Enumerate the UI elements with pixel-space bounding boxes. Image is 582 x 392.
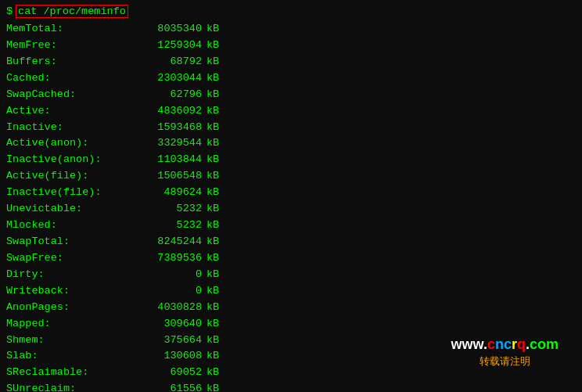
table-row: SwapTotal:8245244kB xyxy=(6,234,576,250)
command: cat /proc/meminfo xyxy=(16,5,128,18)
table-row: Inactive:1593468kB xyxy=(6,120,576,136)
field-value: 489624 xyxy=(131,185,202,201)
table-row: SwapCached:62796kB xyxy=(6,87,576,103)
table-row: MemFree:1259304kB xyxy=(6,38,576,54)
field-value: 8035340 xyxy=(131,21,202,38)
field-unit: kB xyxy=(207,218,219,234)
table-row: Dirty:0kB xyxy=(6,267,576,283)
field-value: 5232 xyxy=(131,218,202,234)
field-name: Buffers: xyxy=(6,54,131,70)
field-name: Shmem: xyxy=(6,333,131,349)
watermark: www.cncrq.com 转载请注明 xyxy=(451,336,559,369)
table-row: Cached:2303044kB xyxy=(6,70,576,87)
field-value: 5232 xyxy=(131,201,202,218)
prompt: $ xyxy=(6,5,13,17)
table-row: Active(file):1506548kB xyxy=(6,168,576,185)
field-unit: kB xyxy=(207,38,219,54)
field-value: 309640 xyxy=(131,316,202,333)
field-value: 61556 xyxy=(131,381,202,392)
field-name: MemTotal: xyxy=(6,21,131,38)
watermark-url: www.cncrq.com xyxy=(451,336,559,353)
field-unit: kB xyxy=(207,300,219,316)
field-name: SwapTotal: xyxy=(6,234,131,250)
field-unit: kB xyxy=(207,168,219,185)
table-row: SwapFree:7389536kB xyxy=(6,250,576,267)
field-unit: kB xyxy=(207,267,219,283)
field-value: 1103844 xyxy=(131,152,202,168)
table-row: Unevictable:5232kB xyxy=(6,201,576,218)
field-value: 0 xyxy=(131,283,202,300)
field-unit: kB xyxy=(207,283,219,300)
watermark-sub: 转载请注明 xyxy=(451,354,559,369)
field-value: 7389536 xyxy=(131,250,202,267)
field-value: 2303044 xyxy=(131,70,202,87)
field-unit: kB xyxy=(207,381,219,392)
field-unit: kB xyxy=(207,365,219,381)
field-value: 1593468 xyxy=(131,120,202,136)
field-unit: kB xyxy=(207,120,219,136)
field-name: Active(file): xyxy=(6,168,131,185)
field-name: MemFree: xyxy=(6,38,131,54)
field-name: SwapCached: xyxy=(6,87,131,103)
field-value: 4836092 xyxy=(131,103,202,120)
table-row: Inactive(anon):1103844kB xyxy=(6,152,576,168)
field-name: SwapFree: xyxy=(6,250,131,267)
table-row: Active:4836092kB xyxy=(6,103,576,120)
field-unit: kB xyxy=(207,135,219,152)
field-value: 375664 xyxy=(131,333,202,349)
table-row: Active(anon):3329544kB xyxy=(6,135,576,152)
table-row: MemTotal:8035340kB xyxy=(6,21,576,38)
field-unit: kB xyxy=(207,185,219,201)
field-value: 1506548 xyxy=(131,168,202,185)
field-value: 68792 xyxy=(131,54,202,70)
field-unit: kB xyxy=(207,316,219,333)
table-row: SUnreclaim:61556kB xyxy=(6,381,576,392)
field-unit: kB xyxy=(207,152,219,168)
table-row: Writeback:0kB xyxy=(6,283,576,300)
field-unit: kB xyxy=(207,103,219,120)
field-unit: kB xyxy=(207,333,219,349)
field-name: Mlocked: xyxy=(6,218,131,234)
field-unit: kB xyxy=(207,54,219,70)
field-value: 130608 xyxy=(131,348,202,365)
field-unit: kB xyxy=(207,250,219,267)
field-name: Unevictable: xyxy=(6,201,131,218)
field-name: Slab: xyxy=(6,348,131,365)
table-row: Mapped:309640kB xyxy=(6,316,576,333)
field-value: 3329544 xyxy=(131,135,202,152)
field-unit: kB xyxy=(207,348,219,365)
field-name: AnonPages: xyxy=(6,300,131,316)
field-value: 62796 xyxy=(131,87,202,103)
field-value: 4030828 xyxy=(131,300,202,316)
command-line: $ cat /proc/meminfo xyxy=(6,5,576,18)
table-row: Buffers:68792kB xyxy=(6,54,576,70)
field-name: Cached: xyxy=(6,70,131,87)
field-name: Active: xyxy=(6,103,131,120)
terminal: $ cat /proc/meminfo MemTotal:8035340kBMe… xyxy=(0,0,582,392)
field-value: 0 xyxy=(131,267,202,283)
field-value: 8245244 xyxy=(131,234,202,250)
table-row: Mlocked:5232kB xyxy=(6,218,576,234)
field-name: Dirty: xyxy=(6,267,131,283)
field-name: SReclaimable: xyxy=(6,365,131,381)
table-row: Inactive(file):489624kB xyxy=(6,185,576,201)
field-name: Inactive: xyxy=(6,120,131,136)
field-unit: kB xyxy=(207,87,219,103)
field-name: SUnreclaim: xyxy=(6,381,131,392)
field-name: Inactive(file): xyxy=(6,185,131,201)
field-value: 69052 xyxy=(131,365,202,381)
field-name: Active(anon): xyxy=(6,135,131,152)
field-name: Inactive(anon): xyxy=(6,152,131,168)
field-unit: kB xyxy=(207,21,219,38)
table-row: AnonPages:4030828kB xyxy=(6,300,576,316)
field-unit: kB xyxy=(207,234,219,250)
field-unit: kB xyxy=(207,70,219,87)
field-unit: kB xyxy=(207,201,219,218)
field-name: Mapped: xyxy=(6,316,131,333)
field-value: 1259304 xyxy=(131,38,202,54)
field-name: Writeback: xyxy=(6,283,131,300)
